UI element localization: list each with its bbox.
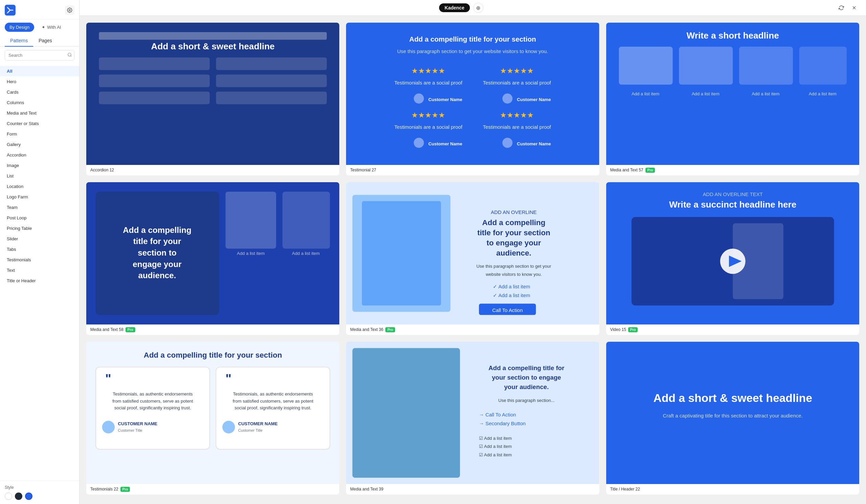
card-label: Media and Text 58 Pro: [86, 324, 339, 335]
svg-point-89: [222, 421, 235, 433]
svg-text:Call To Action: Call To Action: [492, 307, 523, 313]
style-section: Style: [0, 481, 79, 504]
svg-text:Add a list item: Add a list item: [237, 251, 265, 256]
card-media-text-partial[interactable]: Add a compelling title for your section …: [346, 342, 599, 494]
sidebar-item-tabs[interactable]: Tabs: [0, 244, 79, 254]
sidebar-item-list[interactable]: List: [0, 171, 79, 181]
sidebar-item-title-or-header[interactable]: Title or Header: [0, 275, 79, 286]
by-design-tab[interactable]: By Design: [5, 23, 34, 32]
add-button[interactable]: ⊕: [473, 3, 484, 13]
svg-text:Testimonials are a social proo: Testimonials are a social proof: [395, 80, 463, 85]
card-title-header-22[interactable]: Add a short & sweet headline Craft a cap…: [606, 342, 859, 494]
svg-text:Testimonials, as authentic end: Testimonials, as authentic endorsements: [113, 391, 193, 397]
svg-point-2: [68, 53, 71, 56]
svg-text:your audience.: your audience.: [504, 383, 549, 390]
svg-rect-11: [216, 92, 327, 104]
svg-rect-94: [353, 348, 460, 478]
svg-text:to engage your: to engage your: [487, 239, 541, 247]
card-accordion-12[interactable]: Add a short & sweet headline Accordion 1…: [86, 23, 339, 175]
sidebar-item-all[interactable]: All: [0, 66, 79, 77]
sidebar-item-testimonials[interactable]: Testimonials: [0, 254, 79, 265]
svg-text:★★★★★: ★★★★★: [500, 67, 534, 75]
pro-badge: Pro: [645, 168, 655, 173]
svg-text:from satisfied customers, serv: from satisfied customers, serve as poten…: [233, 398, 314, 403]
style-dot-dark[interactable]: [15, 493, 22, 500]
svg-text:★★★★★: ★★★★★: [500, 111, 534, 119]
gear-icon: [67, 8, 73, 13]
pages-tab[interactable]: Pages: [33, 35, 57, 46]
svg-text:Add a list item: Add a list item: [809, 91, 836, 96]
plus-icon: ⊕: [476, 5, 480, 11]
style-label: Style: [5, 485, 75, 490]
sidebar-item-columns[interactable]: Columns: [0, 98, 79, 108]
main-area: Kadence ⊕ A: [79, 0, 866, 504]
svg-text:CUSTOMER NAME: CUSTOMER NAME: [238, 421, 278, 426]
refresh-button[interactable]: [836, 3, 846, 13]
svg-text:Write a short headline: Write a short headline: [686, 31, 779, 41]
svg-point-27: [414, 138, 424, 148]
svg-text:your section to engage: your section to engage: [492, 374, 561, 381]
style-dot-blue[interactable]: [25, 493, 32, 500]
svg-point-29: [502, 138, 512, 148]
svg-text:Customer Title: Customer Title: [238, 428, 263, 432]
card-media-text-36[interactable]: ADD AN OVERLINE Add a compelling title f…: [346, 182, 599, 335]
gear-button[interactable]: [65, 5, 75, 15]
sidebar-item-pricing-table[interactable]: Pricing Table: [0, 223, 79, 233]
with-ai-tab[interactable]: ✦ With AI: [37, 23, 66, 32]
close-icon: [852, 5, 857, 11]
svg-text:Add a compelling title for you: Add a compelling title for your section: [144, 351, 282, 359]
sidebar-item-logo-farm[interactable]: Logo Farm: [0, 192, 79, 202]
patterns-tab[interactable]: Patterns: [5, 35, 33, 47]
style-dots: [5, 493, 75, 500]
svg-text:title for your section: title for your section: [477, 229, 551, 237]
sidebar-item-slider[interactable]: Slider: [0, 233, 79, 244]
svg-text:Customer Title: Customer Title: [118, 428, 142, 432]
search-input[interactable]: [9, 53, 65, 58]
svg-text:Add a list item: Add a list item: [292, 251, 320, 256]
sidebar-item-accordion[interactable]: Accordion: [0, 150, 79, 160]
pro-badge: Pro: [628, 327, 638, 332]
sidebar-item-post-loop[interactable]: Post Loop: [0, 213, 79, 223]
svg-text:": ": [105, 371, 111, 385]
sidebar-item-cards[interactable]: Cards: [0, 87, 79, 98]
svg-text:→ Call To Action: → Call To Action: [479, 412, 516, 417]
card-media-text-57[interactable]: Write a short headline Add a list item A…: [606, 23, 859, 175]
svg-point-21: [502, 94, 512, 104]
svg-text:Testimonials are a social proo: Testimonials are a social proof: [483, 80, 552, 85]
close-button[interactable]: [849, 3, 859, 13]
sidebar-item-team[interactable]: Team: [0, 202, 79, 213]
kadence-badge: Kadence: [439, 3, 469, 12]
sidebar-item-counter-or-stats[interactable]: Counter or Stats: [0, 118, 79, 129]
sidebar: By Design ✦ With AI Patterns Pages All H…: [0, 0, 79, 504]
svg-rect-35: [739, 47, 793, 84]
svg-text:Customer Name: Customer Name: [429, 141, 463, 146]
svg-rect-6: [99, 57, 209, 70]
card-label: Testimonials 22 Pro: [86, 484, 339, 494]
card-label: Media and Text 36 Pro: [346, 324, 599, 335]
sidebar-item-hero[interactable]: Hero: [0, 77, 79, 87]
svg-text:section to: section to: [138, 248, 177, 257]
sidebar-item-image[interactable]: Image: [0, 160, 79, 171]
card-testimonials-22[interactable]: Add a compelling title for your section …: [86, 342, 339, 494]
card-label: Accordion 12: [86, 165, 339, 175]
svg-text:Testimonials are a social proo: Testimonials are a social proof: [395, 124, 463, 130]
svg-text:from satisfied customers, serv: from satisfied customers, serve as poten…: [112, 398, 193, 403]
pro-badge: Pro: [385, 327, 395, 332]
svg-rect-54: [362, 201, 441, 306]
svg-text:★★★★★: ★★★★★: [412, 67, 445, 75]
card-video-15[interactable]: ADD AN OVERLINE TEXT Write a succinct he…: [606, 182, 859, 335]
card-media-text-58[interactable]: Add a compelling title for your section …: [86, 182, 339, 335]
sidebar-item-location[interactable]: Location: [0, 181, 79, 192]
svg-text:Add a short & sweet headline: Add a short & sweet headline: [653, 392, 812, 404]
style-dot-white[interactable]: [5, 493, 12, 500]
svg-text:Add a list item: Add a list item: [632, 91, 659, 96]
svg-text:Add a compelling title for: Add a compelling title for: [488, 364, 564, 371]
card-testimonial-27[interactable]: Add a compelling title for your section …: [346, 23, 599, 175]
sidebar-item-form[interactable]: Form: [0, 129, 79, 139]
sidebar-item-media-and-text[interactable]: Media and Text: [0, 108, 79, 118]
sidebar-item-text[interactable]: Text: [0, 265, 79, 275]
card-label: Media and Text 39: [346, 484, 599, 494]
svg-point-19: [414, 94, 424, 104]
sidebar-item-gallery[interactable]: Gallery: [0, 139, 79, 150]
svg-text:★★★★★: ★★★★★: [412, 111, 445, 119]
